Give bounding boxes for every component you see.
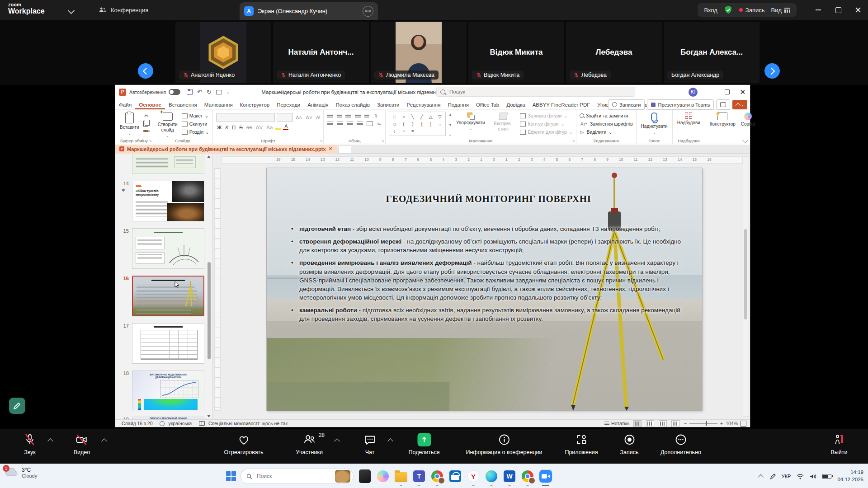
language-indicator[interactable]: українська xyxy=(168,421,192,426)
participant-tile[interactable]: Анатолій Яценко xyxy=(175,22,271,83)
quick-styles-button[interactable]: Експрес-стилі xyxy=(489,112,518,132)
align-right-icon[interactable] xyxy=(347,122,353,126)
ribbon-tab[interactable]: Переходи xyxy=(273,100,304,109)
shape-item[interactable]: ↕ xyxy=(393,129,396,134)
taskbar-app-copilot[interactable] xyxy=(376,469,390,483)
shape-item[interactable]: ◇ xyxy=(393,122,396,127)
tab-conference[interactable]: Конференция xyxy=(99,0,148,20)
dialog-launcher-icon[interactable]: ↘ xyxy=(320,139,323,143)
columns-icon[interactable] xyxy=(367,121,373,126)
dialog-launcher-icon[interactable]: ↘ xyxy=(381,139,384,143)
taskbar-search[interactable] xyxy=(241,469,354,484)
arrange-button[interactable]: Упорядкувати⌄ xyxy=(455,112,486,132)
audio-options-chevron[interactable] xyxy=(47,438,53,444)
cut-icon[interactable]: ✂ xyxy=(143,113,150,119)
tab-more-options-icon[interactable] xyxy=(363,6,373,17)
bullets-icon[interactable] xyxy=(327,114,333,118)
participant-tile[interactable]: Богдан Алекса... Богдан Александр xyxy=(664,22,760,83)
ppt-minimize-button[interactable] xyxy=(704,85,719,99)
taskbar-app-teams[interactable]: T xyxy=(412,469,426,483)
shape-item[interactable]: △ xyxy=(429,114,433,119)
notes-button[interactable]: Нотатки xyxy=(604,421,629,426)
ribbon-tab[interactable]: ABBYY FineReader PDF xyxy=(529,100,594,109)
taskbar-app-chrome-2[interactable] xyxy=(521,469,534,483)
video-button[interactable]: Видео xyxy=(74,433,90,455)
ppt-search-box[interactable] xyxy=(436,87,635,97)
designer-button[interactable]: Конструктор xyxy=(708,112,737,128)
accessibility-icon[interactable] xyxy=(160,421,165,426)
ribbon-tab[interactable]: Малювання xyxy=(201,100,236,109)
italic-button[interactable]: К xyxy=(224,125,229,130)
thumbs-scrollbar[interactable] xyxy=(208,262,211,359)
paste-button[interactable]: Вставити⌄ xyxy=(118,112,141,136)
speaker-icon[interactable] xyxy=(810,474,816,479)
layout-button[interactable]: Макет⌄ xyxy=(182,113,209,118)
shadow-button[interactable]: ab xyxy=(245,125,253,130)
format-painter-icon[interactable] xyxy=(143,130,148,132)
zoom-in-icon[interactable]: + xyxy=(720,421,723,426)
ribbon-tab[interactable]: Записати xyxy=(373,100,403,109)
char-spacing-button[interactable]: АV xyxy=(255,125,264,130)
ppt-close-button[interactable] xyxy=(735,85,750,99)
slide-thumbnail-17[interactable] xyxy=(132,323,204,364)
shape-item[interactable]: ~ xyxy=(402,129,405,134)
present-in-teams-button[interactable]: Презентувати в Teams xyxy=(647,99,714,110)
participant-tile[interactable]: Відюк Микита Відюк Микита xyxy=(468,22,564,83)
sign-in-button[interactable]: Вход xyxy=(704,7,717,14)
audio-button[interactable]: Звук xyxy=(24,433,36,455)
taskbar-app-word[interactable]: W xyxy=(503,469,516,483)
shape-item[interactable]: { xyxy=(421,122,422,127)
shape-item[interactable]: ) xyxy=(412,122,413,127)
participant-tile[interactable]: Лебедэва Лебедэва xyxy=(566,22,662,83)
save-icon[interactable] xyxy=(187,89,193,95)
line-spacing-icon[interactable] xyxy=(364,114,369,118)
taskbar-app-edge[interactable] xyxy=(485,469,498,483)
pen-input-icon[interactable] xyxy=(769,473,776,480)
comments-button[interactable] xyxy=(716,99,730,110)
restore-button[interactable] xyxy=(828,0,848,20)
view-button[interactable]: Вид xyxy=(771,7,790,14)
font-size-select[interactable] xyxy=(277,113,293,122)
qat-more-icon[interactable]: ⌄ xyxy=(226,90,230,94)
battery-icon[interactable] xyxy=(822,474,831,479)
dictate-button[interactable]: Надиктувати⌄ xyxy=(640,112,669,136)
document-tab[interactable]: P Маркшейдерські роботи при будівництві … xyxy=(115,145,337,154)
chevron-down-icon[interactable] xyxy=(68,7,75,14)
shape-item[interactable]: ○ xyxy=(402,114,405,119)
share-button[interactable]: ⌄ xyxy=(732,100,747,109)
chat-options-chevron[interactable] xyxy=(387,438,393,444)
zoom-slider[interactable] xyxy=(689,423,717,424)
slide-sorter-view-button[interactable] xyxy=(646,420,654,427)
video-options-chevron[interactable] xyxy=(101,438,107,444)
select-button[interactable]: ▷Виділити⌄ xyxy=(580,129,633,135)
ribbon-tab[interactable]: Довідка xyxy=(503,100,528,109)
redo-icon[interactable]: ↻ xyxy=(207,89,212,95)
ribbon-tab[interactable]: Рецензування xyxy=(403,100,444,109)
strikethrough-button[interactable]: S xyxy=(238,125,244,130)
security-shield-icon[interactable] xyxy=(724,5,733,14)
highlight-color-icon[interactable] xyxy=(275,125,281,130)
record-button[interactable]: Запись xyxy=(620,433,638,455)
shape-item[interactable]: ( xyxy=(403,122,404,127)
shape-item[interactable]: ▽ xyxy=(438,114,442,119)
replace-fonts-button[interactable]: A⇄Замінення шрифтів xyxy=(580,121,633,127)
taskbar-app-yandex[interactable]: Y xyxy=(467,469,480,483)
recording-indicator[interactable]: Запись xyxy=(739,7,765,14)
record-presentation-button[interactable]: Записати xyxy=(608,99,645,110)
align-center-icon[interactable] xyxy=(337,122,343,126)
addins-button[interactable]: Надбудови xyxy=(676,112,702,127)
account-avatar[interactable]: Ю xyxy=(689,88,698,97)
underline-button[interactable]: П xyxy=(231,125,236,130)
grow-font-icon[interactable]: A˄ xyxy=(295,115,303,120)
shrink-font-icon[interactable]: A˅ xyxy=(305,115,313,120)
language-indicator[interactable]: УКР xyxy=(782,474,791,479)
shapes-scroll[interactable]: ▲▼≡ xyxy=(448,112,452,138)
chat-button[interactable]: Чат xyxy=(363,433,376,455)
new-document-tab[interactable] xyxy=(339,145,351,153)
align-left-icon[interactable] xyxy=(327,122,333,126)
ribbon-tab[interactable]: Конструктор xyxy=(236,100,274,109)
share-screen-button[interactable]: Поделиться xyxy=(408,433,439,455)
reset-button[interactable]: Скинути xyxy=(182,121,209,127)
ribbon-tab[interactable]: Office Tab xyxy=(472,100,503,109)
minimize-button[interactable] xyxy=(808,0,828,20)
